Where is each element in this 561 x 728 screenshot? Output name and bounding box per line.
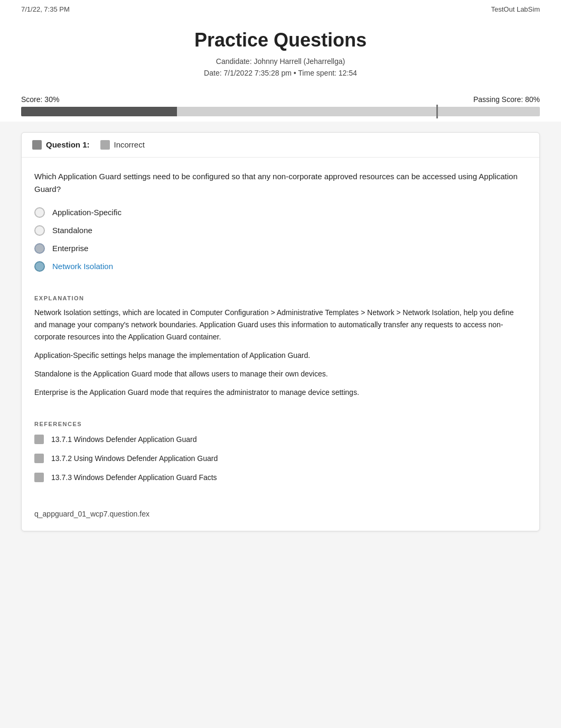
ref-label-1: 13.7.1 Windows Defender Application Guar… bbox=[51, 435, 197, 444]
option-radio-2[interactable] bbox=[34, 225, 45, 236]
score-label: Score: 30% bbox=[21, 95, 59, 104]
question-card: Question 1: Incorrect Which Application … bbox=[21, 132, 540, 532]
option-label-4: Network Isolation bbox=[52, 262, 113, 271]
ref-label-2: 13.7.2 Using Windows Defender Applicatio… bbox=[51, 454, 218, 463]
status-text: Incorrect bbox=[114, 140, 145, 149]
status-block: Incorrect bbox=[100, 140, 145, 150]
list-item[interactable]: Standalone bbox=[34, 225, 527, 236]
progress-track bbox=[21, 107, 540, 116]
references-section: REFERENCES 13.7.1 Windows Defender Appli… bbox=[22, 416, 539, 502]
list-item[interactable]: Enterprise bbox=[34, 243, 527, 254]
question-header: Question 1: Incorrect bbox=[22, 133, 539, 158]
datetime-label: 7/1/22, 7:35 PM bbox=[21, 5, 70, 13]
top-bar: 7/1/22, 7:35 PM TestOut LabSim bbox=[0, 0, 561, 19]
options-list: Application-Specific Standalone Enterpri… bbox=[34, 207, 527, 272]
progress-fill bbox=[21, 107, 177, 116]
passing-marker bbox=[436, 105, 438, 118]
status-icon bbox=[100, 140, 110, 150]
ref-icon-3 bbox=[34, 473, 44, 482]
app-name-label: TestOut LabSim bbox=[491, 5, 540, 13]
main-content: Question 1: Incorrect Which Application … bbox=[0, 122, 561, 553]
explanation-paragraph-1: Network Isolation settings, which are lo… bbox=[34, 307, 527, 343]
file-reference: q_appguard_01_wcp7.question.fex bbox=[22, 502, 539, 531]
ref-icon-2 bbox=[34, 454, 44, 463]
list-item[interactable]: 13.7.3 Windows Defender Application Guar… bbox=[34, 473, 527, 482]
option-label-3: Enterprise bbox=[52, 244, 88, 253]
score-section: Score: 30% Passing Score: 80% bbox=[0, 85, 561, 122]
list-item[interactable]: Network Isolation bbox=[34, 261, 527, 272]
references-heading: REFERENCES bbox=[34, 421, 527, 427]
option-radio-3[interactable] bbox=[34, 243, 45, 254]
question-number: Question 1: bbox=[46, 140, 90, 149]
question-body: Which Application Guard settings need to… bbox=[22, 158, 539, 290]
list-item[interactable]: Application-Specific bbox=[34, 207, 527, 218]
explanation-heading: EXPLANATION bbox=[34, 295, 527, 301]
list-item[interactable]: 13.7.2 Using Windows Defender Applicatio… bbox=[34, 454, 527, 463]
candidate-label: Candidate: Johnny Harrell (Jeharrellga) bbox=[21, 56, 540, 67]
page-title: Practice Questions bbox=[21, 29, 540, 51]
explanation-paragraph-3: Standalone is the Application Guard mode… bbox=[34, 368, 527, 380]
date-label: Date: 7/1/2022 7:35:28 pm • Time spent: … bbox=[21, 67, 540, 79]
option-label-2: Standalone bbox=[52, 226, 92, 235]
file-ref-text: q_appguard_01_wcp7.question.fex bbox=[34, 510, 149, 518]
ref-icon-1 bbox=[34, 435, 44, 444]
page-header: Practice Questions Candidate: Johnny Har… bbox=[0, 19, 561, 85]
list-item[interactable]: 13.7.1 Windows Defender Application Guar… bbox=[34, 435, 527, 444]
explanation-section: EXPLANATION Network Isolation settings, … bbox=[22, 295, 539, 416]
ref-label-3: 13.7.3 Windows Defender Application Guar… bbox=[51, 473, 217, 482]
question-icon bbox=[32, 140, 42, 150]
option-radio-1[interactable] bbox=[34, 207, 45, 218]
question-num-block: Question 1: bbox=[32, 140, 90, 150]
option-label-1: Application-Specific bbox=[52, 208, 121, 217]
question-text: Which Application Guard settings need to… bbox=[34, 170, 527, 196]
passing-score-label: Passing Score: 80% bbox=[473, 95, 540, 104]
option-radio-4[interactable] bbox=[34, 261, 45, 272]
explanation-paragraph-4: Enterprise is the Application Guard mode… bbox=[34, 386, 527, 399]
explanation-paragraph-2: Application-Specific settings helps mana… bbox=[34, 349, 527, 362]
